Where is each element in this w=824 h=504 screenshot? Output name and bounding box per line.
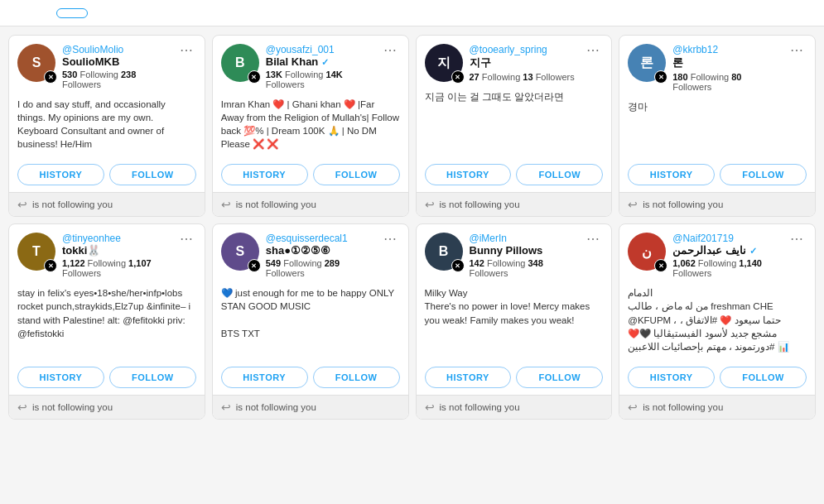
not-following-text: is not following you <box>32 199 113 209</box>
card-user-info: @kkrbb12 론 180 Following 80 Followers <box>672 44 780 92</box>
reply-icon: ↩ <box>17 198 27 211</box>
following-count: 1,062 <box>672 258 696 268</box>
follow-button[interactable]: FOLLOW <box>720 367 807 388</box>
card-actions: HISTORY FOLLOW <box>619 360 815 395</box>
followers-count: 80 <box>731 72 741 82</box>
username[interactable]: @SoulioMolio <box>62 44 170 55</box>
card-header: 론 ✕ @kkrbb12 론 180 Following 80 Follower… <box>619 36 815 97</box>
follow-button[interactable]: FOLLOW <box>109 367 196 388</box>
history-button[interactable]: HISTORY <box>628 164 715 185</box>
not-following-text: is not following you <box>236 199 316 209</box>
card-footer: ↩ is not following you <box>417 192 612 216</box>
card-footer: ↩ is not following you <box>213 395 408 419</box>
show-history-button[interactable] <box>56 8 88 18</box>
more-options-button[interactable]: ⋯ <box>176 233 196 246</box>
page-info <box>36 7 40 19</box>
follow-button[interactable]: FOLLOW <box>313 367 400 388</box>
verified-badge: ✓ <box>749 246 757 256</box>
card-footer: ↩ is not following you <box>417 395 612 419</box>
more-options-button[interactable]: ⋯ <box>176 44 196 57</box>
history-button[interactable]: HISTORY <box>221 164 308 185</box>
followers-count: 1,107 <box>128 258 152 268</box>
followers-count: 348 <box>528 258 542 268</box>
prev-page-button[interactable] <box>10 12 17 15</box>
display-name: نايف عبدالرحمن ✓ <box>672 244 780 257</box>
account-card: S ✕ @SoulioMolio SoulioMKB 530 Following… <box>8 35 205 217</box>
avatar-wrap: S ✕ <box>17 44 55 82</box>
more-options-button[interactable]: ⋯ <box>583 44 603 57</box>
card-user-info: @esquisserdecal1 sha●①②⑤⑥ 549 Following … <box>266 233 373 278</box>
history-button[interactable]: HISTORY <box>17 367 104 388</box>
history-button[interactable]: HISTORY <box>17 164 104 185</box>
following-count: 13K <box>266 70 282 79</box>
card-bio: الدماممن له ماض ، طالب freshman CHE @KFU… <box>619 283 815 359</box>
card-header: B ✕ @iMerIn Bunny Pillows 142 Following … <box>417 224 612 283</box>
card-bio: Imran Khan ❤️ | Ghani khan ❤️ |Far Away … <box>213 94 408 157</box>
username[interactable]: @tinyeonhee <box>62 233 170 244</box>
account-card: 론 ✕ @kkrbb12 론 180 Following 80 Follower… <box>619 35 816 217</box>
avatar-wrap: ن ✕ <box>628 233 666 271</box>
account-card: T ✕ @tinyeonhee tokki🐰 1,122 Following 1… <box>8 223 205 419</box>
follow-button[interactable]: FOLLOW <box>516 367 603 388</box>
card-actions: HISTORY FOLLOW <box>619 157 815 192</box>
not-following-text: is not following you <box>643 402 723 412</box>
follow-counts: 549 Following 289 Followers <box>266 258 373 278</box>
verified-badge: ✓ <box>321 57 329 67</box>
username[interactable]: @Naif201719 <box>672 233 780 244</box>
display-name: tokki🐰 <box>62 244 170 257</box>
username[interactable]: @kkrbb12 <box>672 44 780 55</box>
follow-button[interactable]: FOLLOW <box>109 164 196 185</box>
username[interactable]: @iMerIn <box>470 233 577 244</box>
username[interactable]: @yousafzi_001 <box>266 44 373 55</box>
card-bio: 지금 이는 걸 그때도 알았더라면 <box>417 87 612 157</box>
avatar-wrap: B ✕ <box>221 44 259 82</box>
followers-count: 238 <box>121 70 136 79</box>
card-bio: Milky WayThere's no power in love! Mercy… <box>417 283 612 359</box>
avatar-wrap: 지 ✕ <box>425 44 463 82</box>
x-icon: ✕ <box>455 262 460 270</box>
follow-button[interactable]: FOLLOW <box>313 164 400 185</box>
more-options-button[interactable]: ⋯ <box>583 233 603 246</box>
more-options-button[interactable]: ⋯ <box>787 44 807 57</box>
more-options-button[interactable]: ⋯ <box>787 233 807 246</box>
follow-counts: 27 Following 13 Followers <box>470 72 577 82</box>
following-count: 180 <box>672 72 687 82</box>
history-button[interactable]: HISTORY <box>425 367 512 388</box>
display-name: Bilal Khan ✓ <box>266 55 373 68</box>
history-button[interactable]: HISTORY <box>628 367 715 388</box>
x-badge: ✕ <box>248 70 261 84</box>
username[interactable]: @tooearly_spring <box>470 44 577 55</box>
card-user-info: @tooearly_spring 지구 27 Following 13 Foll… <box>470 44 577 82</box>
x-badge: ✕ <box>451 70 465 84</box>
history-button[interactable]: HISTORY <box>221 367 308 388</box>
reply-icon: ↩ <box>628 401 638 414</box>
more-options-button[interactable]: ⋯ <box>380 233 400 246</box>
avatar-wrap: 론 ✕ <box>628 44 666 82</box>
follow-counts: 142 Following 348 Followers <box>470 258 577 278</box>
followers-count: 14K <box>326 70 343 79</box>
follow-button[interactable]: FOLLOW <box>516 164 603 185</box>
card-footer: ↩ is not following you <box>213 192 408 216</box>
following-count: 549 <box>266 258 281 268</box>
display-name: 론 <box>672 55 780 70</box>
x-icon: ✕ <box>251 262 257 270</box>
not-following-text: is not following you <box>236 402 316 412</box>
not-following-text: is not following you <box>32 402 113 412</box>
card-user-info: @yousafzi_001 Bilal Khan ✓ 13K Following… <box>266 44 373 89</box>
card-footer: ↩ is not following you <box>619 395 815 419</box>
username[interactable]: @esquisserdecal1 <box>266 233 373 244</box>
history-button[interactable]: HISTORY <box>425 164 512 185</box>
x-icon: ✕ <box>251 74 257 81</box>
x-icon: ✕ <box>658 262 664 270</box>
more-options-button[interactable]: ⋯ <box>380 44 400 57</box>
card-header: 지 ✕ @tooearly_spring 지구 27 Following 13 … <box>417 36 612 87</box>
display-name: 지구 <box>470 55 577 70</box>
following-count: 1,122 <box>62 258 85 268</box>
follow-button[interactable]: FOLLOW <box>720 164 807 185</box>
card-actions: HISTORY FOLLOW <box>417 157 612 192</box>
card-actions: HISTORY FOLLOW <box>9 360 205 395</box>
next-page-button[interactable] <box>23 12 30 15</box>
x-badge: ✕ <box>44 259 57 272</box>
follow-counts: 1,062 Following 1,140 Followers <box>672 258 780 278</box>
reply-icon: ↩ <box>17 401 27 414</box>
